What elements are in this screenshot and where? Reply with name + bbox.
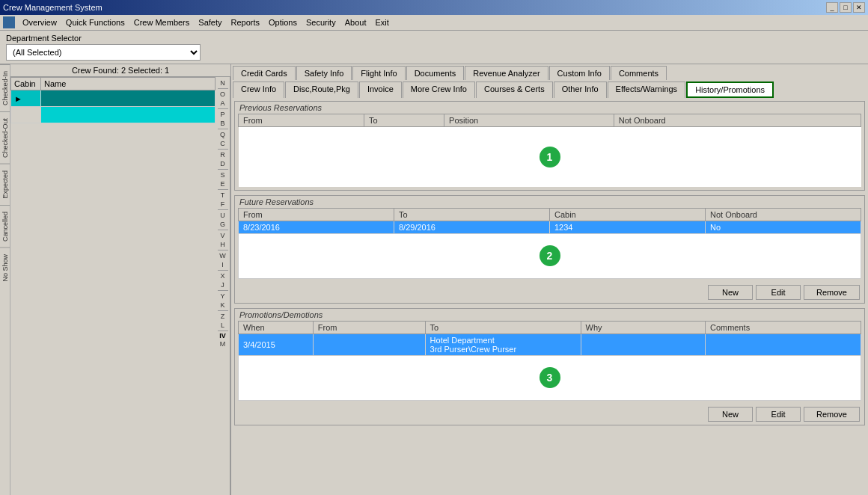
side-letter-q[interactable]: Q: [220, 130, 225, 139]
promo-when: 3/4/2015: [239, 333, 314, 355]
tab-comments[interactable]: Comments: [611, 66, 667, 80]
tab-history-promotions[interactable]: History/Promotions: [686, 82, 774, 98]
tab-flight-info[interactable]: Flight Info: [352, 66, 405, 80]
tab-crew-info[interactable]: Crew Info: [233, 82, 284, 98]
status-tab-cancelled[interactable]: Cancelled: [0, 205, 10, 248]
side-divider: [218, 88, 228, 89]
tab-courses-certs[interactable]: Courses & Certs: [476, 82, 553, 98]
tab-revenue-analyzer[interactable]: Revenue Analyzer: [465, 66, 548, 80]
status-tab-expected[interactable]: Expected: [0, 164, 10, 205]
crew-cabin: ►: [11, 90, 41, 107]
fut-not-onboard: No: [706, 221, 861, 233]
side-letter-f[interactable]: F: [221, 200, 225, 209]
side-letter-p[interactable]: P: [220, 110, 224, 119]
tab-safety-info[interactable]: Safety Info: [296, 66, 352, 80]
side-letter-k[interactable]: K: [220, 301, 224, 310]
menu-safety[interactable]: Safety: [194, 16, 226, 28]
side-letter-d[interactable]: D: [220, 159, 225, 168]
menu-about[interactable]: About: [340, 16, 371, 28]
side-letter-n[interactable]: N: [220, 79, 225, 87]
promo-remove-button[interactable]: Remove: [804, 407, 860, 422]
fut-col-from: From: [239, 208, 394, 221]
side-letter-t[interactable]: T: [221, 191, 225, 200]
side-letter-m[interactable]: M: [220, 339, 226, 348]
side-letter-b[interactable]: B: [220, 119, 224, 128]
side-letter-y[interactable]: Y: [220, 292, 224, 301]
side-letter-z[interactable]: Z: [221, 312, 225, 321]
window-controls[interactable]: _ □ ✕: [826, 2, 865, 13]
window-titlebar: Crew Management System _ □ ✕: [0, 0, 868, 15]
department-selector-area: Department Selector (All Selected): [0, 31, 868, 64]
side-divider: [218, 290, 228, 291]
future-remove-button[interactable]: Remove: [804, 285, 860, 300]
status-tab-noshow[interactable]: No Show: [0, 248, 10, 288]
restore-button[interactable]: □: [840, 2, 852, 13]
previous-reservations-inner: From To Position Not Onboard 1: [235, 114, 864, 190]
menu-quick-functions[interactable]: Quick Functions: [61, 16, 129, 28]
menu-crew-members[interactable]: Crew Members: [129, 16, 195, 28]
future-reservations-title: Future Reservations: [235, 196, 864, 208]
table-row[interactable]: 3/4/2015 Hotel Department3rd Purser\Crew…: [239, 333, 861, 355]
side-letter-w[interactable]: W: [219, 251, 226, 260]
promo-col-when: When: [239, 321, 314, 333]
promotions-table: When From To Why Comments 3/4/2015: [238, 321, 861, 401]
crew-table: Cabin Name ►: [10, 77, 216, 123]
promo-edit-button[interactable]: Edit: [756, 407, 801, 422]
promotions-buttons: New Edit Remove: [235, 404, 864, 425]
table-row: 1: [239, 127, 861, 187]
side-letter-j[interactable]: J: [221, 280, 224, 289]
table-row[interactable]: ►: [11, 90, 216, 107]
menu-reports[interactable]: Reports: [226, 16, 264, 28]
promo-col-comments: Comments: [705, 321, 861, 333]
menu-overview[interactable]: Overview: [18, 16, 61, 28]
dept-dropdown[interactable]: (All Selected): [6, 44, 201, 61]
promo-why: [581, 333, 705, 355]
tab-effects-warnings[interactable]: Effects/Warnings: [608, 82, 686, 98]
side-letter-u[interactable]: U: [220, 211, 225, 220]
side-divider: [218, 169, 228, 170]
minimize-button[interactable]: _: [826, 2, 838, 13]
side-letter-a[interactable]: A: [220, 99, 224, 108]
future-edit-button[interactable]: Edit: [756, 285, 801, 300]
side-letter-x[interactable]: X: [220, 271, 224, 280]
side-letter-s[interactable]: S: [220, 170, 224, 179]
future-new-button[interactable]: New: [708, 285, 753, 300]
prev-col-from: From: [239, 114, 364, 127]
side-letter-e[interactable]: E: [220, 179, 224, 188]
future-reservations-buttons: New Edit Remove: [235, 282, 864, 303]
close-button[interactable]: ✕: [853, 2, 865, 13]
tab-credit-cards[interactable]: Credit Cards: [233, 66, 296, 80]
side-letter-i[interactable]: I: [221, 260, 224, 269]
crew-cabin: [11, 107, 41, 123]
table-row: 3: [239, 355, 861, 400]
side-letter-r[interactable]: R: [220, 150, 225, 159]
side-divider: [218, 310, 228, 311]
side-letter-o[interactable]: O: [220, 90, 225, 99]
status-tab-checkedout[interactable]: Checked-Out: [0, 111, 10, 164]
side-letter-c[interactable]: C: [220, 139, 225, 148]
table-row[interactable]: [11, 107, 216, 123]
fut-col-cabin: Cabin: [550, 208, 706, 221]
promo-new-button[interactable]: New: [708, 407, 753, 422]
future-reservations-inner: From To Cabin Not Onboard 8/23/2016 8/29…: [235, 208, 864, 282]
menu-options[interactable]: Options: [264, 16, 302, 28]
tab-documents[interactable]: Documents: [406, 66, 465, 80]
tab-custom-info[interactable]: Custom Info: [549, 66, 610, 80]
menu-security[interactable]: Security: [302, 16, 340, 28]
promo-col-from: From: [313, 321, 425, 333]
future-reservations-table: From To Cabin Not Onboard 8/23/2016 8/29…: [238, 208, 861, 279]
tab-more-crew-info[interactable]: More Crew Info: [403, 82, 475, 98]
status-tab-checkedin[interactable]: Checked-In: [0, 64, 10, 111]
side-letter-l[interactable]: L: [221, 321, 224, 330]
tab-other-info[interactable]: Other Info: [554, 82, 607, 98]
tab-disc-route-pkg[interactable]: Disc,Route,Pkg: [285, 82, 358, 98]
table-row[interactable]: 8/23/2016 8/29/2016 1234 No: [239, 221, 861, 233]
side-letter-iv[interactable]: IV: [219, 332, 226, 339]
side-letter-g[interactable]: G: [220, 220, 225, 229]
tab-invoice[interactable]: Invoice: [359, 82, 402, 98]
previous-reservations-title: Previous Reservations: [235, 102, 864, 114]
prev-col-not-onboard: Not Onboard: [614, 114, 861, 127]
menu-exit[interactable]: Exit: [370, 16, 393, 28]
side-letter-h[interactable]: H: [220, 240, 225, 249]
side-letter-v[interactable]: V: [220, 231, 224, 240]
